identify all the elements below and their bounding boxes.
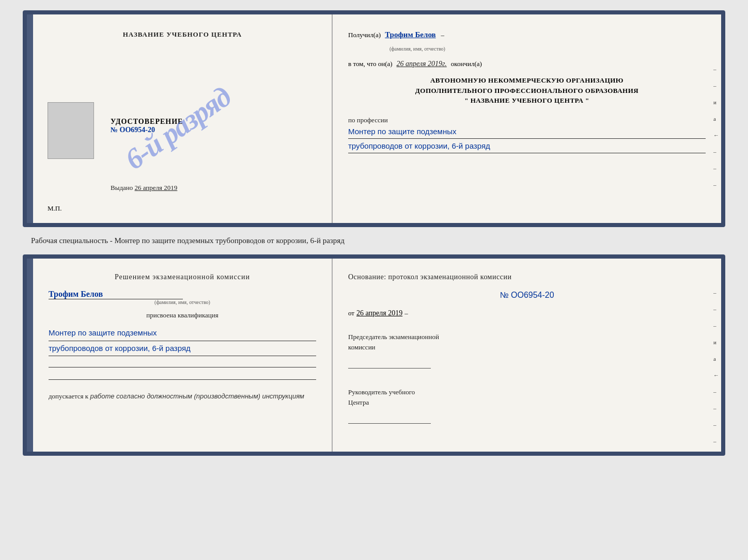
vtom-date: 26 апреля 2019г. <box>397 60 447 68</box>
udostoverenie-number: № OO6954-20 <box>111 126 183 134</box>
bottom-certificate: Решением экзаменационной комиссии Трофим… <box>23 254 725 456</box>
bottom-cert-right-page: Основание: протокол экзаменационной коми… <box>333 259 721 452</box>
mp-label: М.П. <box>48 204 61 213</box>
predsedatel-block: Председатель экзаменационной комиссии <box>348 332 706 371</box>
caption-text: Рабочая специальность - Монтер по защите… <box>10 236 345 245</box>
dopusk-block: допускается к работе согласно должностны… <box>49 392 316 401</box>
predsedatel-line1: Председатель экзаменационной <box>348 332 706 342</box>
vtom-row: в том, что он(а) 26 апреля 2019г. окончи… <box>348 60 706 68</box>
org-line1: АВТОНОМНУЮ НЕКОММЕРЧЕСКУЮ ОРГАНИЗАЦИЮ <box>348 75 706 86</box>
rukovoditel-line1: Руководитель учебного <box>348 387 706 397</box>
profession-line2: трубопроводов от коррозии, 6-й разряд <box>348 139 706 153</box>
top-cert-title: НАЗВАНИЕ УЧЕБНОГО ЦЕНТРА <box>49 30 316 39</box>
prisvoena-label: присвоена квалификация <box>49 311 316 319</box>
rukovoditel-line2: Центра <box>348 397 706 408</box>
person-name: Трофим Белов <box>49 290 183 299</box>
vydano-label: Выдано <box>111 184 133 191</box>
osnov-number: № OO6954-20 <box>348 291 706 300</box>
vtom-label: в том, что он(а) <box>348 60 393 68</box>
ot-row: от 26 апреля 2019 – <box>348 309 706 317</box>
org-name: " НАЗВАНИЕ УЧЕБНОГО ЦЕНТРА " <box>348 95 706 106</box>
blank-line1 <box>49 356 316 367</box>
received-row: Получил(a) Трофим Белов – (фамилия, имя,… <box>348 30 706 53</box>
predsedatel-signature-line <box>348 356 431 369</box>
po-professii: по профессии <box>348 116 706 124</box>
okonchil-label: окончил(а) <box>451 60 482 68</box>
ot-date: 26 апреля 2019 <box>356 309 402 317</box>
qual-line1: Монтер по защите подземных <box>49 326 316 341</box>
udostoverenie-block: УДОСТОВЕРЕНИЕ № OO6954-20 <box>111 118 183 134</box>
photo-placeholder <box>48 102 94 159</box>
vydano-date: 26 апреля 2019 <box>135 184 178 191</box>
bottom-cert-left-page: Решением экзаменационной комиссии Трофим… <box>33 259 333 452</box>
org-block: АВТОНОМНУЮ НЕКОММЕРЧЕСКУЮ ОРГАНИЗАЦИЮ ДО… <box>348 75 706 106</box>
poluchil-name: Трофим Белов <box>385 30 435 39</box>
rukovoditel-signature-line <box>348 411 431 424</box>
qual-line2: трубопроводов от коррозии, 6-й разряд <box>49 341 316 357</box>
blank-line2 <box>49 369 316 380</box>
dopusk-label: допускается к <box>49 392 88 400</box>
poluchil-sub: (фамилия, имя, отчество) <box>389 46 445 52</box>
book-spine <box>27 14 33 223</box>
profession-block: по профессии Монтер по защите подземных … <box>348 113 706 153</box>
dopusk-text: работе согласно должностным (производств… <box>90 392 304 400</box>
right-dash1: – <box>404 309 408 317</box>
poluchil-label: Получил(a) <box>348 31 381 39</box>
ot-label: от <box>348 309 354 317</box>
top-certificate: НАЗВАНИЕ УЧЕБНОГО ЦЕНТРА 6-й разряд УДОС… <box>23 10 725 227</box>
predsedatel-line2: комиссии <box>348 342 706 353</box>
org-line2: ДОПОЛНИТЕЛЬНОГО ПРОФЕССИОНАЛЬНОГО ОБРАЗО… <box>348 86 706 96</box>
decision-title: Решением экзаменационной комиссии <box>49 273 316 281</box>
book-spine-2 <box>27 259 33 452</box>
osnov-label: Основание: протокол экзаменационной коми… <box>348 273 706 281</box>
udostoverenie-label: УДОСТОВЕРЕНИЕ <box>111 118 183 126</box>
vydano-block: Выдано 26 апреля 2019 <box>111 184 177 192</box>
name-sub: (фамилия, имя, отчество) <box>49 299 316 305</box>
rukovoditel-block: Руководитель учебного Центра <box>348 387 706 426</box>
top-cert-right-page: Получил(a) Трофим Белов – (фамилия, имя,… <box>333 14 721 223</box>
qualification-block: Монтер по защите подземных трубопроводов… <box>49 326 316 381</box>
top-cert-left-page: НАЗВАНИЕ УЧЕБНОГО ЦЕНТРА 6-й разряд УДОС… <box>33 14 333 223</box>
side-marks-2: – – – и а ← – – – – <box>713 290 719 444</box>
name-block: Трофим Белов (фамилия, имя, отчество) <box>49 290 316 305</box>
profession-line1: Монтер по защите подземных <box>348 124 706 139</box>
side-marks: – – и а ← – – – <box>713 66 719 188</box>
poluchil-dash: – <box>441 31 445 39</box>
